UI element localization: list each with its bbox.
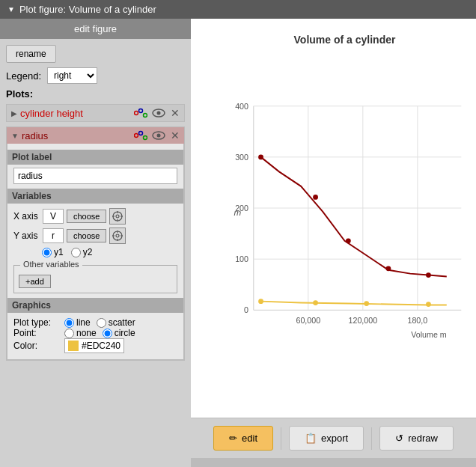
svg-text:120,000: 120,000 xyxy=(349,316,378,325)
y-axis-target-icon[interactable] xyxy=(109,228,126,244)
line-radio[interactable] xyxy=(64,318,74,328)
y2-radio-label[interactable]: y2 xyxy=(71,247,93,257)
redraw-button[interactable]: ↺ redraw xyxy=(379,426,454,451)
plot-label-title: Plot label xyxy=(7,150,183,165)
color-value: #EDC240 xyxy=(82,341,120,351)
color-swatch xyxy=(68,341,79,351)
radius-expand-arrow[interactable]: ▼ xyxy=(11,132,19,140)
cylinder-header: ▶ cylinder height xyxy=(7,105,184,121)
scatter-radio[interactable] xyxy=(97,318,106,328)
legend-row: Legend: right none left top bottom xyxy=(6,67,185,84)
x-axis-label: X axis xyxy=(13,211,40,222)
y2-radio[interactable] xyxy=(71,248,81,257)
none-radio-label[interactable]: none xyxy=(64,328,97,338)
scatter-radio-label[interactable]: scatter xyxy=(97,317,135,328)
svg-point-2 xyxy=(144,114,147,117)
circle-radio[interactable] xyxy=(103,329,112,338)
svg-text:60,000: 60,000 xyxy=(296,316,320,325)
svg-text:0: 0 xyxy=(244,305,248,314)
right-panel: Volume of a cylinder 0 xyxy=(191,19,476,467)
edit-button[interactable]: ✏ edit xyxy=(213,426,273,451)
content-area: edit figure rename Legend: right none le… xyxy=(0,19,476,467)
radius-header: ▼ radius xyxy=(7,127,184,144)
cylinder-name: cylinder height xyxy=(20,108,130,119)
cylinder-scatter-icon[interactable] xyxy=(133,107,148,119)
point-radio-group: none circle xyxy=(64,328,135,338)
radius-close-icon[interactable]: ✕ xyxy=(171,129,180,141)
radius-expanded: Plot label Variables X axis choose xyxy=(7,144,184,360)
chart-title: Volume of a cylinder xyxy=(221,34,469,46)
scroll-area[interactable] xyxy=(191,458,476,467)
svg-point-11 xyxy=(116,215,119,218)
x-axis-target-icon[interactable] xyxy=(109,208,126,225)
svg-point-41 xyxy=(258,154,263,159)
export-icon: 📋 xyxy=(305,433,317,444)
cylinder-height-plot-item: ▶ cylinder height xyxy=(6,104,185,122)
y1-radio-label[interactable]: y1 xyxy=(42,247,64,257)
graphics-section: Graphics Plot type: line scatter xyxy=(13,298,177,353)
main-container: ▼ Plot figure: Volume of a cylinder edit… xyxy=(0,0,476,467)
point-row: Point: none circle xyxy=(13,328,177,338)
chart-area: Volume of a cylinder 0 xyxy=(191,19,476,418)
svg-text:300: 300 xyxy=(235,153,248,162)
point-label: Point: xyxy=(13,328,58,338)
svg-text:Volume m: Volume m xyxy=(411,330,447,339)
none-radio[interactable] xyxy=(64,329,74,338)
variables-section: Variables X axis choose xyxy=(13,189,177,257)
radius-plot-item: ▼ radius xyxy=(6,126,185,361)
svg-text:180,0: 180,0 xyxy=(407,316,427,325)
cylinder-close-icon[interactable]: ✕ xyxy=(171,107,180,119)
x-axis-choose-button[interactable]: choose xyxy=(67,210,106,223)
line-radio-label[interactable]: line xyxy=(64,317,91,328)
plot-label-input[interactable] xyxy=(13,168,177,184)
svg-text:m: m xyxy=(234,207,242,217)
panel-body: rename Legend: right none left top botto… xyxy=(0,39,191,467)
svg-point-49 xyxy=(426,302,431,307)
legend-label: Legend: xyxy=(6,70,41,82)
radius-eye-icon[interactable] xyxy=(151,129,166,141)
svg-point-4 xyxy=(157,112,161,115)
color-label: Color: xyxy=(13,341,58,351)
add-variable-button[interactable]: +add xyxy=(19,275,51,288)
edit-label: edit xyxy=(242,433,257,444)
y-axis-choose-button[interactable]: choose xyxy=(67,229,106,242)
title-arrow[interactable]: ▼ xyxy=(7,5,15,13)
svg-point-9 xyxy=(157,134,161,138)
radius-scatter-icon[interactable] xyxy=(133,129,148,141)
export-label: export xyxy=(321,433,348,444)
x-axis-row: X axis choose xyxy=(13,208,177,225)
svg-point-17 xyxy=(116,234,119,237)
circle-radio-label[interactable]: circle xyxy=(103,328,135,338)
rename-button[interactable]: rename xyxy=(6,45,56,63)
redraw-icon: ↺ xyxy=(395,433,403,444)
plots-label: Plots: xyxy=(6,88,185,100)
svg-point-43 xyxy=(346,238,351,243)
other-variables-section: Other variables +add xyxy=(13,265,177,293)
y-axis-input[interactable] xyxy=(43,228,64,243)
graphics-title: Graphics xyxy=(7,298,183,313)
y-axis-row: Y axis choose xyxy=(13,228,177,244)
export-button[interactable]: 📋 export xyxy=(289,426,364,451)
y1-radio[interactable] xyxy=(42,248,52,257)
svg-text:400: 400 xyxy=(235,102,248,111)
svg-text:100: 100 xyxy=(235,254,248,263)
x-axis-input[interactable] xyxy=(43,209,64,224)
svg-point-6 xyxy=(139,132,143,135)
color-row: Color: #EDC240 xyxy=(13,338,177,353)
left-panel: edit figure rename Legend: right none le… xyxy=(0,19,191,467)
legend-select[interactable]: right none left top bottom xyxy=(47,67,97,84)
svg-point-45 xyxy=(426,272,431,278)
cylinder-expand-arrow[interactable]: ▶ xyxy=(11,109,17,117)
radius-name: radius xyxy=(22,130,130,141)
svg-point-0 xyxy=(135,112,138,115)
bottom-toolbar: ✏ edit 📋 export ↺ redraw xyxy=(191,418,476,458)
y-axis-label: Y axis xyxy=(13,231,40,241)
svg-point-5 xyxy=(135,134,138,138)
variables-title: Variables xyxy=(7,189,183,204)
cylinder-eye-icon[interactable] xyxy=(151,107,166,119)
color-swatch-container[interactable]: #EDC240 xyxy=(64,338,124,353)
plot-type-radio-group: line scatter xyxy=(64,317,135,328)
y-radio-row: y1 y2 xyxy=(13,247,177,257)
svg-point-1 xyxy=(139,109,143,113)
plot-label-section: Plot label xyxy=(13,150,177,184)
